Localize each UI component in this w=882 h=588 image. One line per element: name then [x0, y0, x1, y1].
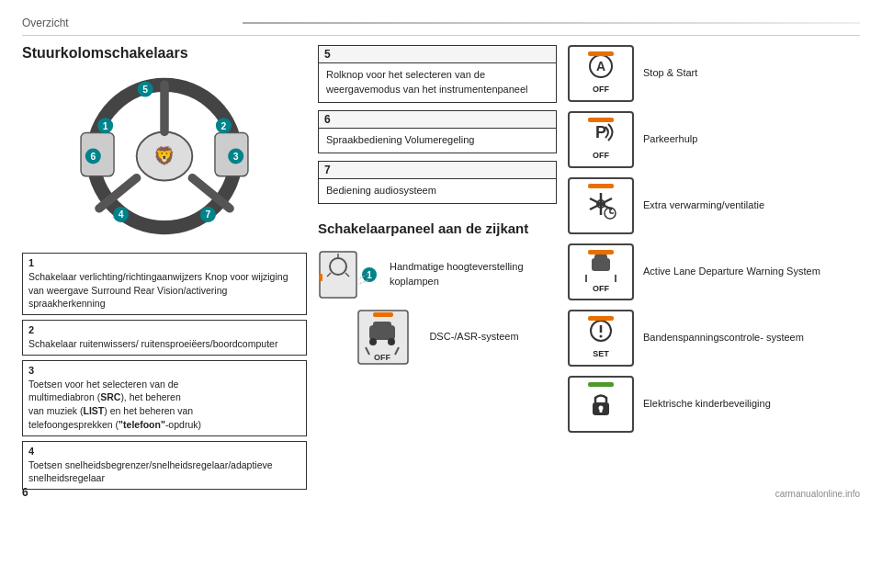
num-label-2: 2	[28, 324, 300, 335]
parking-label: OFF	[593, 151, 609, 160]
lane-departure-desc: Active Lane Departure Warning System	[643, 265, 820, 278]
svg-text:3: 3	[233, 152, 239, 162]
svg-point-57	[600, 335, 603, 338]
child-lock-icon	[583, 390, 618, 419]
num-content-2: Schakelaar ruitenwissers/ ruitensproeiëe…	[28, 337, 300, 351]
mid-box-5: 5 Rolknop voor het selecteren van de wee…	[318, 45, 557, 103]
top-bar-parking	[588, 118, 614, 122]
svg-text:5: 5	[142, 85, 148, 95]
mid-section-title: Schakelaarpaneel aan de zijkant	[318, 220, 557, 236]
heating-icon	[583, 189, 618, 222]
heating-desc: Extra verwarming/ventilatie	[643, 198, 764, 212]
left-column: Stuurkolomschakelaars 🦁	[22, 45, 307, 490]
top-bar-heating	[588, 184, 614, 188]
svg-rect-52	[594, 254, 607, 263]
svg-rect-60	[600, 409, 603, 413]
mid-box-6: 6 Spraakbediening Volumeregeling	[318, 110, 557, 153]
icon-row-stop-start: A OFF Stop & Start	[568, 45, 860, 102]
svg-text:4: 4	[119, 209, 124, 220]
svg-text:A: A	[596, 59, 605, 74]
svg-rect-34	[373, 322, 391, 331]
svg-text:OFF: OFF	[374, 353, 390, 362]
tyre-desc: Bandenspanningscontrole- systeem	[643, 331, 804, 345]
steering-wheel-svg: 🦁 1 5	[77, 74, 252, 239]
svg-point-35	[369, 338, 377, 345]
watermark: carmanualonline.info	[775, 489, 860, 499]
page-number: 6	[22, 486, 28, 499]
svg-point-36	[388, 338, 395, 345]
parking-desc: Parkeerhulp	[643, 132, 697, 146]
mid-box-6-content: Spraakbediening Volumeregeling	[319, 129, 556, 153]
page: Overzicht Stuurkolomschakelaars 🦁	[0, 0, 882, 506]
num-content-4: Toetsen snelheidsbegrenzer/snelheidsrege…	[28, 458, 300, 485]
svg-text:P: P	[595, 123, 606, 141]
top-bar-lane	[588, 250, 614, 254]
mid-box-7-content: Bediening audiosysteem	[319, 179, 556, 203]
top-bar-tyre	[588, 316, 614, 321]
main-content: Stuurkolomschakelaars 🦁	[22, 45, 860, 490]
mid-box-5-header: 5	[319, 46, 556, 63]
num-box-3: 3 Toetsen voor het selecteren van demult…	[22, 360, 307, 436]
num-box-4: 4 Toetsen snelheidsbegrenzer/snelheidsre…	[22, 441, 307, 490]
lane-departure-icon	[582, 251, 619, 282]
stop-start-desc: Stop & Start	[643, 66, 697, 80]
icon-row-child-lock: Elektrische kinderbeveiliging	[568, 376, 860, 433]
right-column: A OFF Stop & Start P OFF	[568, 45, 860, 490]
dsc-panel-desc: DSC-/ASR-systeem	[429, 330, 518, 344]
svg-text:🦁: 🦁	[153, 145, 175, 166]
tyre-label: SET	[593, 349, 609, 358]
icon-box-tyre: SET	[568, 310, 634, 367]
steering-wheel-diagram: 🦁 1 5	[22, 69, 307, 243]
headlight-panel-row: 1 Handmatige hoogteverstelling koplampen	[318, 247, 557, 302]
dsc-panel-row: OFF DSC-/ASR-systeem	[356, 310, 518, 365]
mid-box-6-header: 6	[319, 111, 556, 129]
icon-row-lane-departure: OFF Active Lane Departure Warning System	[568, 243, 860, 300]
num-content-3: Toetsen voor het selecteren van demultim…	[28, 378, 300, 432]
svg-text:7: 7	[205, 209, 210, 220]
icon-row-tyre: SET Bandenspanningscontrole- systeem	[568, 310, 860, 367]
numbered-boxes-left: 1 Schakelaar verlichting/richtingaanwijz…	[22, 253, 307, 490]
icon-box-lane-departure: OFF	[568, 243, 634, 300]
tyre-icon	[583, 318, 618, 347]
stop-start-icon: A	[583, 53, 618, 83]
num-box-1: 1 Schakelaar verlichting/richtingaanwijz…	[22, 253, 307, 315]
top-bar-child-lock	[588, 382, 614, 387]
svg-text:1: 1	[367, 270, 372, 280]
headlight-panel-desc: Handmatige hoogteverstelling koplampen	[390, 260, 557, 288]
svg-text:1: 1	[103, 121, 108, 131]
num-box-2: 2 Schakelaar ruitenwissers/ ruitensproei…	[22, 320, 307, 356]
mid-box-7: 7 Bediening audiosysteem	[318, 161, 557, 204]
page-header: Overzicht	[22, 17, 860, 36]
icon-row-parking: P OFF Parkeerhulp	[568, 111, 860, 168]
top-bar-stop-start	[588, 51, 614, 56]
mid-box-7-header: 7	[319, 162, 556, 179]
section-title-steering: Stuurkolomschakelaars	[22, 45, 307, 62]
num-label-1: 1	[28, 257, 300, 268]
num-content-1: Schakelaar verlichting/richtingaanwijzer…	[28, 270, 300, 311]
svg-text:2: 2	[221, 121, 227, 131]
page-header-title: Overzicht	[22, 17, 228, 29]
svg-text:6: 6	[90, 152, 96, 162]
header-divider	[243, 22, 860, 24]
icon-box-child-lock	[568, 376, 634, 433]
mid-box-5-content: Rolknop voor het selecteren van de weerg…	[319, 63, 556, 102]
side-panel-area: 1 Handmatige hoogteverstelling koplampen	[318, 247, 557, 365]
icon-row-heating: Extra verwarming/ventilatie	[568, 177, 860, 234]
stop-start-label: OFF	[593, 85, 609, 94]
icon-box-stop-start: A OFF	[568, 45, 634, 102]
parking-icon: P	[583, 119, 618, 149]
middle-column: 5 Rolknop voor het selecteren van de wee…	[318, 45, 557, 490]
child-lock-desc: Elektrische kinderbeveiliging	[643, 397, 771, 411]
icon-box-heating	[568, 177, 634, 234]
lane-label: OFF	[593, 284, 609, 293]
svg-rect-40	[373, 312, 393, 317]
headlight-panel-icon: 1	[318, 247, 380, 302]
num-label-3: 3	[28, 365, 300, 376]
num-label-4: 4	[28, 446, 300, 457]
icon-box-parking: P OFF	[568, 111, 634, 168]
dsc-panel-icon: OFF	[356, 310, 420, 365]
svg-rect-31	[319, 274, 322, 281]
